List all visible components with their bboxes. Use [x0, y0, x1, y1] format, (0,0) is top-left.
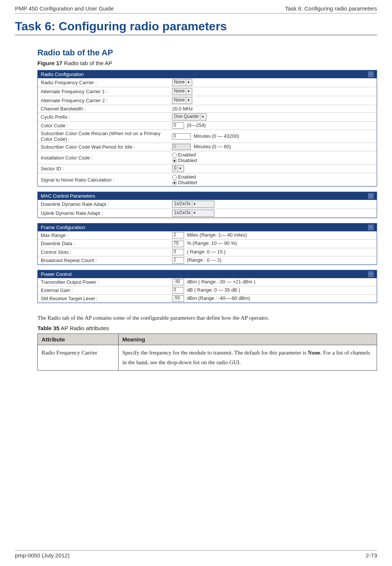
select-ul-rate[interactable]: 1x/2x/3x▼	[172, 210, 214, 217]
header-rule	[15, 13, 377, 13]
chevron-down-icon: ▼	[186, 89, 191, 94]
header-right: Task 6: Configuring radio parameters	[285, 5, 377, 12]
chevron-down-icon: ▼	[186, 80, 191, 85]
row-downlink-data: Downlink Data : 75 % (Range: 10 — 90 %)	[38, 240, 377, 248]
chevron-down-icon: ▼	[192, 201, 197, 207]
chevron-down-icon: ▼	[178, 166, 183, 171]
row-sector-id: Sector ID : 0▼	[38, 164, 377, 173]
row-install-cc: Installation Color Code : Enabled Disabl…	[38, 151, 377, 164]
th-attribute: Attribute	[38, 334, 119, 345]
row-color-code: Color Code : 0 (0—254)	[38, 122, 377, 130]
chevron-down-icon: ▼	[200, 114, 205, 120]
header-left: PMP 450 Configuration and User Guide	[15, 5, 114, 12]
radio-install-disabled[interactable]	[172, 158, 177, 163]
title-rule	[15, 35, 377, 35]
panel-header: Radio Configuration −	[38, 70, 377, 78]
row-ul-rate: Uplink Dynamic Rate Adapt : 1x/2x/3x▼	[38, 209, 377, 218]
select-radio-freq[interactable]: None▼	[172, 79, 192, 86]
footer-rule	[15, 550, 377, 551]
collapse-icon[interactable]: −	[368, 71, 374, 77]
input-external-gain[interactable]: 0	[172, 287, 184, 293]
cell-meaning: Specify the frequency for the module to …	[119, 345, 377, 371]
input-cc-wait: 0	[172, 144, 191, 150]
row-cyclic-prefix: Cyclic Prefix : One Quarter▼	[38, 113, 377, 122]
page-title: Task 6: Configuring radio parameters	[15, 19, 377, 33]
input-color-code[interactable]: 0	[172, 122, 184, 129]
input-sm-target[interactable]: -55	[172, 295, 184, 302]
collapse-icon[interactable]: −	[368, 271, 374, 277]
input-tx-power[interactable]: -30	[172, 279, 184, 285]
input-control-slots[interactable]: 0	[172, 249, 184, 255]
table-row: Radio Frequency Carrier Specify the freq…	[38, 345, 377, 371]
section-title: Radio tab of the AP	[37, 48, 377, 58]
row-alt-freq-1: Alternate Frequency Carrier 1 : None▼	[38, 87, 377, 96]
row-sm-target: SM Receive Target Level : -55 dBm (Range…	[38, 294, 377, 302]
row-control-slots: Control Slots : 0 ( Range: 0 — 15 )	[38, 248, 377, 256]
panel-header: Frame Configuration −	[38, 223, 377, 231]
panel-frame: Frame Configuration − Max Range : 2 Mile…	[37, 223, 377, 264]
panel-header: Power Control −	[38, 270, 377, 278]
row-tx-power: Transmitter Output Power : -30 dBm ( Ran…	[38, 278, 377, 286]
th-meaning: Meaning	[119, 334, 377, 345]
row-snr-calc: Signal to Noise Ratio Calculation : Enab…	[38, 173, 377, 186]
select-sector-id[interactable]: 0▼	[172, 165, 184, 172]
row-radio-freq: Radio Frequency Carrier : None▼	[38, 78, 377, 87]
collapse-icon[interactable]: −	[368, 193, 374, 199]
row-alt-freq-2: Alternate Frequency Carrier 2 : None▼	[38, 96, 377, 105]
select-alt-freq-2[interactable]: None▼	[172, 97, 192, 104]
select-alt-freq-1[interactable]: None▼	[172, 88, 192, 95]
input-downlink-data[interactable]: 75	[172, 241, 184, 247]
row-external-gain: External Gain : 0 dB ( Range: 0 — 35 dB …	[38, 286, 377, 294]
row-broadcast-repeat: Broadcast Repeat Count : 2 (Range : 0 — …	[38, 256, 377, 264]
figure-label: Figure 17 Radio tab of the AP	[37, 60, 377, 66]
body-paragraph: The Radio tab of the AP contains some of…	[37, 313, 377, 323]
collapse-icon[interactable]: −	[368, 225, 374, 230]
row-channel-bw: Channel Bandwidth : 20.0 MHz	[38, 105, 377, 113]
attributes-table: Attribute Meaning Radio Frequency Carrie…	[37, 334, 377, 371]
panel-header: MAC Control Parameters −	[38, 192, 377, 200]
row-cc-rescan: Subscriber Color Code Rescan (When not o…	[38, 130, 377, 143]
input-max-range[interactable]: 2	[172, 232, 184, 238]
radio-snr-disabled[interactable]	[172, 180, 177, 185]
row-cc-wait: Subscriber Color Code Wait Period for Id…	[38, 143, 377, 151]
select-cyclic-prefix[interactable]: One Quarter▼	[172, 113, 206, 121]
footer-right: 2-73	[366, 552, 377, 559]
panel-mac: MAC Control Parameters − Downlink Dynami…	[37, 192, 377, 218]
cell-attribute: Radio Frequency Carrier	[38, 345, 119, 371]
radio-snr-enabled[interactable]	[172, 175, 177, 180]
footer-left: pmp-0050 (July 2012)	[15, 552, 70, 559]
row-max-range: Max Range : 2 Miles (Range: 1— 40 miles)	[38, 231, 377, 240]
table-label: Table 35 AP Radio attributes	[37, 325, 377, 331]
input-broadcast-repeat[interactable]: 2	[172, 257, 184, 264]
radio-install-enabled[interactable]	[172, 153, 177, 158]
chevron-down-icon: ▼	[192, 210, 197, 216]
select-dl-rate[interactable]: 1x/2x/3x▼	[172, 201, 214, 208]
panel-power: Power Control − Transmitter Output Power…	[37, 270, 377, 303]
input-cc-rescan[interactable]: 0	[172, 133, 191, 140]
row-dl-rate: Downlink Dynamic Rate Adapt : 1x/2x/3x▼	[38, 200, 377, 209]
panel-radio-config: Radio Configuration − Radio Frequency Ca…	[37, 70, 377, 186]
chevron-down-icon: ▼	[186, 98, 191, 103]
